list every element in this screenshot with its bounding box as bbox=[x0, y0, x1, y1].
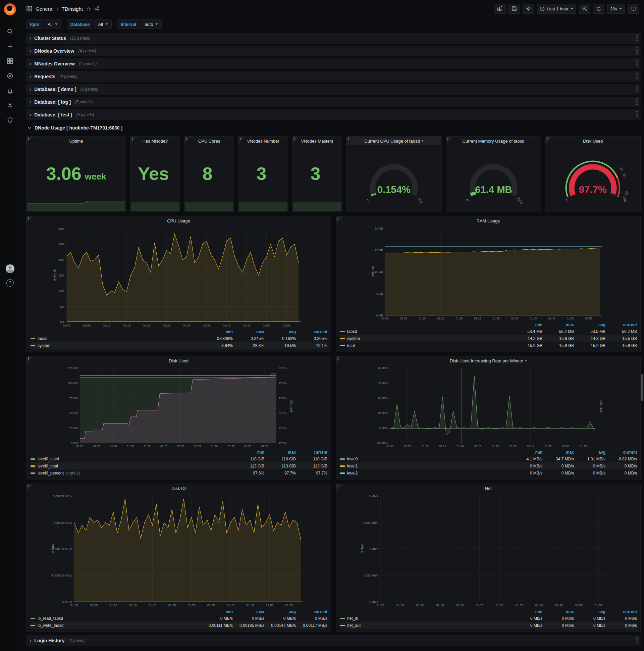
refresh-button[interactable] bbox=[593, 4, 604, 14]
legend-series-toggle[interactable]: level0_total bbox=[31, 464, 233, 468]
variable-label[interactable]: Database bbox=[67, 20, 94, 29]
panel-title[interactable]: Net bbox=[336, 484, 640, 493]
legend-col-header[interactable]: max bbox=[542, 610, 574, 614]
legend-col-header[interactable]: avg bbox=[264, 610, 296, 614]
row-mnodes-overview[interactable]: › MNodes Overview (2 panels) bbox=[26, 58, 641, 69]
legend-color-swatch[interactable] bbox=[340, 331, 345, 332]
legend-series-toggle[interactable]: total bbox=[340, 343, 511, 348]
panel-title[interactable]: VNodes Masters bbox=[292, 136, 342, 145]
dashboards-grid-icon[interactable] bbox=[0, 54, 20, 68]
variable-label[interactable]: Interval bbox=[117, 20, 140, 29]
expanded-row-dnode-usage[interactable]: DNode Usage [ huolinhe-TM1701:6030 ] bbox=[26, 122, 641, 133]
legend-color-swatch[interactable] bbox=[31, 618, 35, 619]
row-database-test[interactable]: › Database: [ test ] (5 panels) bbox=[26, 110, 641, 120]
legend-col-header[interactable]: current bbox=[296, 450, 327, 455]
row-login-history[interactable]: › Login History (1 panel) bbox=[26, 635, 641, 646]
row-drag-handle[interactable] bbox=[636, 98, 639, 106]
legend-col-header[interactable]: max bbox=[542, 450, 574, 455]
panel-title[interactable]: Current CPU Usage of taosd▾ bbox=[347, 136, 442, 145]
legend-col-header[interactable]: min bbox=[201, 610, 233, 614]
search-icon[interactable] bbox=[0, 24, 20, 39]
grafana-logo-icon[interactable] bbox=[4, 3, 16, 16]
legend-color-swatch[interactable] bbox=[340, 338, 345, 339]
legend-col-header[interactable]: current bbox=[296, 610, 327, 614]
panel-info-icon[interactable] bbox=[27, 136, 34, 144]
legend-col-header[interactable]: min bbox=[511, 450, 542, 455]
legend-col-header[interactable]: max bbox=[264, 450, 296, 455]
legend-color-swatch[interactable] bbox=[31, 465, 35, 467]
legend-series-toggle[interactable]: level0_used bbox=[31, 457, 233, 461]
legend-series-toggle[interactable]: taosd bbox=[31, 336, 201, 341]
panel-title[interactable]: CPU Usage bbox=[27, 216, 331, 225]
legend-col-header[interactable]: current bbox=[605, 610, 637, 614]
time-range-picker[interactable]: Last 1 hour bbox=[537, 4, 576, 14]
legend-color-swatch[interactable] bbox=[31, 345, 35, 346]
panel-title[interactable]: Has MNode? bbox=[130, 136, 180, 145]
row-dnodes-overview[interactable]: › DNodes Overview (4 panels) bbox=[26, 45, 641, 56]
legend-series-toggle[interactable]: io_write_taosd bbox=[31, 623, 201, 628]
legend-col-header[interactable]: max bbox=[542, 322, 574, 327]
legend-col-header[interactable]: avg bbox=[574, 322, 605, 327]
panel-info-icon[interactable] bbox=[336, 484, 344, 491]
legend-col-header[interactable]: min bbox=[511, 322, 542, 327]
panel-info-icon[interactable] bbox=[130, 136, 138, 144]
configuration-gear-icon[interactable] bbox=[0, 98, 20, 113]
row-drag-handle[interactable] bbox=[636, 47, 639, 55]
legend-col-header[interactable]: avg bbox=[264, 330, 296, 334]
panel-info-icon[interactable] bbox=[545, 136, 553, 144]
row-drag-handle[interactable] bbox=[636, 60, 639, 67]
legend-col-header[interactable]: current bbox=[605, 322, 637, 327]
legend-col-header[interactable]: min bbox=[233, 450, 264, 455]
star-dashboard-icon[interactable]: ☆ bbox=[86, 6, 91, 12]
server-admin-shield-icon[interactable] bbox=[0, 113, 20, 127]
save-dashboard-button[interactable] bbox=[509, 4, 520, 14]
legend-series-toggle[interactable]: level2 bbox=[340, 471, 511, 475]
row-drag-handle[interactable] bbox=[636, 637, 639, 644]
legend-color-swatch[interactable] bbox=[340, 618, 345, 619]
explore-compass-icon[interactable] bbox=[0, 68, 20, 83]
panel-title[interactable]: Disk Used bbox=[27, 356, 331, 365]
panel-info-icon[interactable] bbox=[27, 484, 34, 491]
legend-color-swatch[interactable] bbox=[31, 625, 35, 626]
row-cluster-status[interactable]: › Cluster Status (21 panels) bbox=[26, 33, 641, 43]
legend-col-header[interactable]: avg bbox=[574, 450, 605, 455]
legend-color-swatch[interactable] bbox=[340, 472, 345, 474]
legend-series-toggle[interactable]: io_read_taosd bbox=[31, 616, 201, 621]
alerting-bell-icon[interactable] bbox=[0, 83, 20, 98]
panel-info-icon[interactable] bbox=[238, 136, 246, 144]
legend-color-swatch[interactable] bbox=[340, 465, 345, 467]
panel-info-icon[interactable] bbox=[292, 136, 300, 144]
legend-col-header[interactable]: min bbox=[201, 330, 233, 334]
row-database-demo[interactable]: › Database: [ demo ] (5 panels) bbox=[26, 84, 641, 95]
row-drag-handle[interactable] bbox=[636, 73, 639, 80]
legend-series-toggle[interactable]: level0 bbox=[340, 457, 511, 461]
panel-title[interactable]: Disk IO bbox=[27, 484, 331, 493]
cycle-view-mode-button[interactable] bbox=[627, 4, 639, 14]
legend-col-header[interactable]: current bbox=[296, 330, 327, 334]
legend-col-header[interactable]: max bbox=[233, 330, 264, 334]
refresh-interval-picker[interactable]: 30s bbox=[607, 4, 625, 14]
legend-color-swatch[interactable] bbox=[31, 458, 35, 460]
legend-color-swatch[interactable] bbox=[340, 345, 345, 346]
legend-col-header[interactable]: avg bbox=[574, 610, 605, 614]
share-icon[interactable] bbox=[94, 6, 100, 11]
variable-label[interactable]: fqdn bbox=[26, 20, 43, 29]
panel-title[interactable]: VNodes Number bbox=[238, 136, 288, 145]
legend-series-toggle[interactable]: system bbox=[31, 343, 201, 348]
legend-color-swatch[interactable] bbox=[31, 472, 35, 474]
panel-title[interactable]: Disk Used bbox=[545, 136, 640, 145]
legend-series-toggle[interactable]: level1 bbox=[340, 464, 511, 468]
add-panel-button[interactable] bbox=[494, 4, 506, 14]
panel-info-icon[interactable] bbox=[446, 136, 453, 144]
panel-title[interactable]: CPU Cores bbox=[185, 136, 234, 145]
panel-info-icon[interactable] bbox=[27, 356, 34, 364]
panel-info-icon[interactable] bbox=[336, 216, 344, 224]
create-plus-icon[interactable] bbox=[0, 39, 20, 54]
row-database-log[interactable]: › Database: [ log ] (5 panels) bbox=[26, 97, 641, 107]
row-drag-handle[interactable] bbox=[636, 111, 639, 119]
row-requests[interactable]: › Requests (4 panels) bbox=[26, 71, 641, 82]
dashboard-settings-button[interactable] bbox=[523, 4, 534, 14]
legend-series-toggle[interactable]: system bbox=[340, 336, 511, 341]
panel-title[interactable]: Uptime bbox=[27, 136, 126, 145]
panel-info-icon[interactable] bbox=[27, 216, 34, 224]
